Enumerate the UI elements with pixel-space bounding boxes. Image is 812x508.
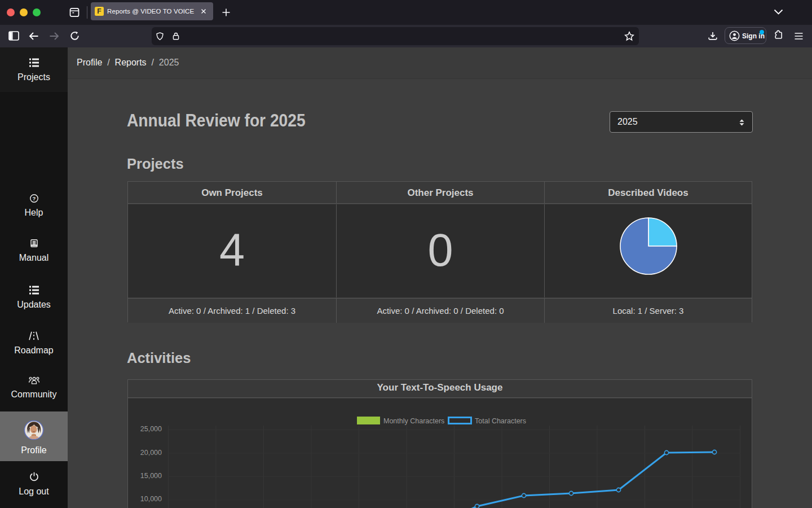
svg-text:Monthly Characters: Monthly Characters xyxy=(383,417,444,425)
svg-text:25,000: 25,000 xyxy=(140,425,162,433)
svg-text:10,000: 10,000 xyxy=(140,495,162,503)
svg-text:20,000: 20,000 xyxy=(140,449,162,457)
svg-text:Total Characters: Total Characters xyxy=(475,417,526,425)
svg-text:?: ? xyxy=(32,195,36,202)
svg-text:15,000: 15,000 xyxy=(140,472,162,480)
